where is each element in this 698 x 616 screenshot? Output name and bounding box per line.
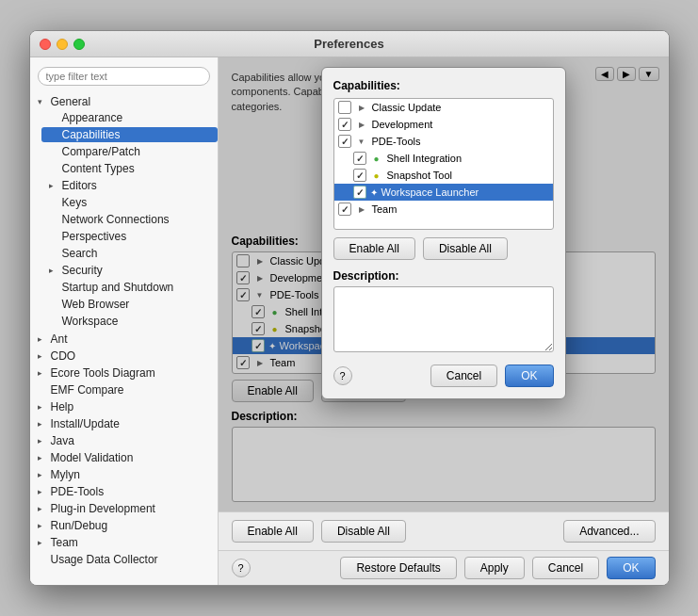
- label-cdo: CDO: [51, 349, 76, 363]
- sidebar-item-ecore[interactable]: Ecore Tools Diagram: [30, 365, 218, 381]
- label-pde: PDE-Tools: [51, 485, 105, 498]
- bottom-disable-all-button[interactable]: Disable All: [321, 520, 406, 543]
- preferences-window: Preferences General Appearance: [29, 30, 670, 586]
- arrow-cdo: [38, 351, 49, 361]
- label-ant: Ant: [51, 332, 68, 346]
- modal-star-workspace: ✦: [370, 187, 378, 198]
- modal-description-textarea[interactable]: [333, 286, 554, 352]
- sidebar-item-capabilities[interactable]: Capabilities: [41, 126, 218, 143]
- label-compare: Compare/Patch: [62, 145, 140, 158]
- modal-check-team[interactable]: [338, 203, 351, 216]
- modal-capabilities-list: Classic Update Development: [333, 98, 554, 230]
- label-emf: EMF Compare: [51, 383, 124, 397]
- arrow-run: [38, 521, 49, 530]
- label-usage: Usage Data Collector: [51, 553, 158, 566]
- modal-help-button[interactable]: ?: [333, 366, 352, 385]
- bottom-action-buttons: Restore Defaults Apply Cancel OK: [340, 557, 655, 579]
- sidebar-item-general[interactable]: General Appearance Capabilities: [30, 93, 218, 331]
- modal-check-shell[interactable]: [353, 152, 366, 165]
- sidebar-item-compare-patch[interactable]: Compare/Patch: [41, 143, 218, 160]
- modal-cap-pde[interactable]: PDE-Tools: [334, 133, 553, 150]
- label-appearance: Appearance: [62, 111, 123, 124]
- apply-button[interactable]: Apply: [464, 557, 525, 579]
- modal-label-workspace: Workspace Launcher: [381, 186, 479, 198]
- arrow-java: [38, 436, 49, 446]
- main-content: General Appearance Capabilities: [30, 57, 669, 585]
- sidebar-item-keys[interactable]: Keys: [41, 194, 218, 211]
- bottom-toolbar: Enable All Disable All Advanced...: [219, 511, 669, 550]
- modal-folder-development: [355, 118, 368, 131]
- filter-input[interactable]: [38, 67, 210, 86]
- label-capabilities: Capabilities: [62, 128, 121, 141]
- sidebar-item-perspectives[interactable]: Perspectives: [41, 228, 218, 245]
- modal-description-label: Description:: [333, 269, 554, 283]
- sidebar-item-pde[interactable]: PDE-Tools: [30, 483, 218, 500]
- modal-cap-shell[interactable]: Shell Integration: [334, 150, 553, 167]
- advanced-button[interactable]: Advanced...: [563, 520, 655, 543]
- sidebar-item-cdo[interactable]: CDO: [30, 348, 218, 365]
- sidebar-item-content-types[interactable]: Content Types: [41, 160, 218, 177]
- help-button[interactable]: ?: [232, 559, 251, 577]
- close-button[interactable]: [40, 39, 51, 50]
- sidebar-item-startup[interactable]: Startup and Shutdown: [41, 279, 218, 296]
- sidebar-item-editors[interactable]: Editors: [41, 177, 218, 194]
- arrow-pde: [38, 487, 49, 496]
- modal-enable-all-button[interactable]: Enable All: [333, 237, 415, 260]
- modal-check-workspace[interactable]: [353, 186, 366, 199]
- maximize-button[interactable]: [73, 39, 85, 50]
- modal-cap-team[interactable]: Team: [334, 201, 553, 218]
- arrow-mylyn: [38, 470, 49, 479]
- label-plugin: Plug-in Development: [51, 502, 155, 515]
- sidebar-item-team[interactable]: Team: [30, 534, 218, 551]
- sidebar-item-plugin-dev[interactable]: Plug-in Development: [30, 500, 218, 517]
- minimize-button[interactable]: [57, 39, 68, 50]
- arrow-install: [38, 419, 49, 429]
- modal-label-classic-update: Classic Update: [372, 102, 442, 113]
- arrow-help: [38, 402, 49, 412]
- bottom-enable-all-button[interactable]: Enable All: [232, 520, 314, 543]
- sidebar-item-security[interactable]: Security: [41, 262, 218, 279]
- sidebar-item-install[interactable]: Install/Update: [30, 415, 218, 432]
- modal-cap-classic-update[interactable]: Classic Update: [334, 99, 553, 116]
- label-security: Security: [62, 264, 103, 277]
- modal-ok-button[interactable]: OK: [505, 365, 553, 387]
- modal-cap-workspace[interactable]: ✦ Workspace Launcher: [334, 184, 553, 201]
- label-ecore: Ecore Tools Diagram: [51, 366, 155, 380]
- label-editors: Editors: [62, 179, 97, 192]
- modal-check-pde[interactable]: [338, 135, 351, 148]
- sidebar-item-workspace[interactable]: Workspace: [41, 313, 218, 330]
- ok-button[interactable]: OK: [607, 557, 655, 579]
- label-workspace: Workspace: [62, 315, 119, 328]
- modal-check-development[interactable]: [338, 118, 351, 131]
- modal-folder-classic-update: [355, 101, 368, 114]
- sidebar-item-web-browser[interactable]: Web Browser: [41, 296, 218, 313]
- sidebar-item-network[interactable]: Network Connections: [41, 211, 218, 228]
- sidebar: General Appearance Capabilities: [30, 57, 219, 585]
- modal-bottom-row: ? Cancel OK: [333, 365, 554, 387]
- sidebar-item-appearance[interactable]: Appearance: [41, 109, 218, 126]
- modal-cap-development[interactable]: Development: [334, 116, 553, 133]
- cancel-button[interactable]: Cancel: [532, 557, 599, 579]
- sidebar-item-help[interactable]: Help: [30, 398, 218, 415]
- modal-cap-snapshot[interactable]: Snapshot Tool: [334, 167, 553, 184]
- label-search: Search: [62, 247, 98, 260]
- modal-check-snapshot[interactable]: [353, 169, 366, 182]
- sidebar-item-ant[interactable]: Ant: [30, 331, 218, 348]
- modal-label-team: Team: [372, 203, 398, 215]
- modal-cancel-button[interactable]: Cancel: [430, 365, 497, 387]
- sidebar-item-mylyn[interactable]: Mylyn: [30, 466, 218, 483]
- label-mylyn: Mylyn: [51, 468, 80, 481]
- sidebar-item-java[interactable]: Java: [30, 432, 218, 449]
- right-panel-inner: ◀ ▶ ▼ Capabilities allow you to enable o…: [219, 57, 669, 511]
- sidebar-item-usage[interactable]: Usage Data Collector: [30, 551, 218, 568]
- sidebar-item-model-validation[interactable]: Model Validation: [30, 449, 218, 466]
- sidebar-item-search[interactable]: Search: [41, 245, 218, 262]
- modal-check-classic-update[interactable]: [338, 101, 351, 114]
- modal-capabilities-label: Capabilities:: [333, 79, 554, 92]
- modal-folder-pde: [355, 135, 368, 148]
- restore-defaults-button[interactable]: Restore Defaults: [340, 557, 456, 579]
- label-model: Model Validation: [51, 451, 134, 464]
- sidebar-item-run-debug[interactable]: Run/Debug: [30, 517, 218, 534]
- modal-disable-all-button[interactable]: Disable All: [423, 237, 508, 260]
- sidebar-item-emf[interactable]: EMF Compare: [30, 381, 218, 398]
